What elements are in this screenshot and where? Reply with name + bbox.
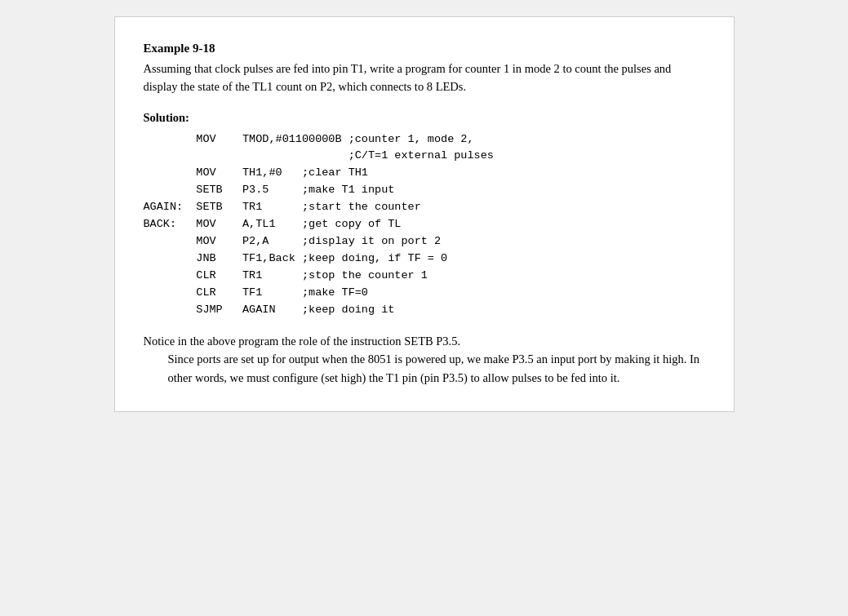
notice-indent: Since ports are set up for output when t… [144, 350, 705, 387]
notice-line1: Notice in the above program the role of … [144, 335, 461, 348]
page-container: Example 9-18 Assuming that clock pulses … [114, 16, 735, 412]
solution-label: Solution: [144, 111, 705, 125]
example-title: Example 9-18 [144, 42, 705, 55]
code-block: MOV TMOD,#01100000B ;counter 1, mode 2, … [144, 131, 705, 319]
problem-text: Assuming that clock pulses are fed into … [144, 60, 705, 96]
notice-text: Notice in the above program the role of … [144, 332, 705, 387]
